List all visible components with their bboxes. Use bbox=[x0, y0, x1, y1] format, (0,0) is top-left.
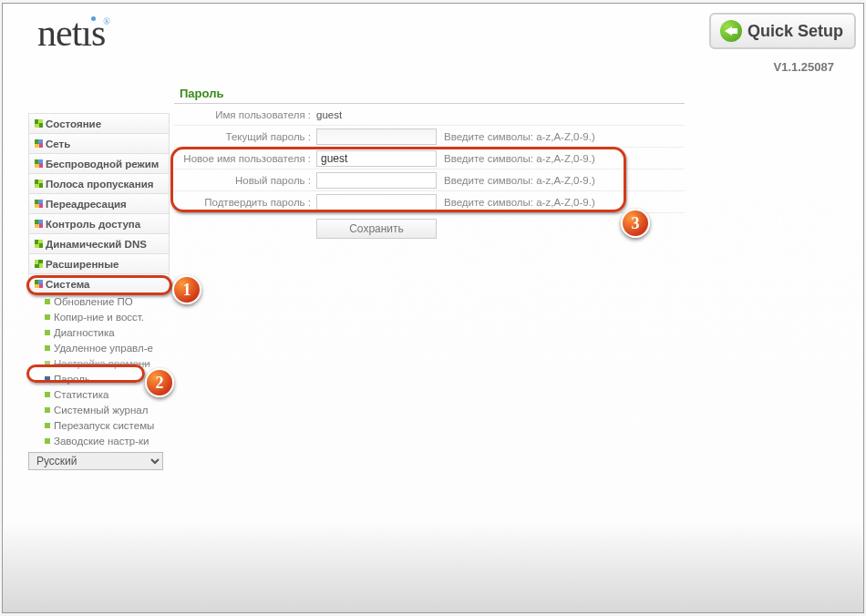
arrow-left-icon bbox=[720, 20, 742, 42]
subnav-remote[interactable]: Удаленное управл-е bbox=[28, 340, 170, 355]
row-current-password: Текущий пароль : Введите символы: a-z,A-… bbox=[174, 126, 685, 148]
hint-current-password: Введите символы: a-z,A-Z,0-9.) bbox=[440, 131, 685, 142]
header: netıs® Quick Setup bbox=[3, 4, 863, 58]
sidebar-item-status[interactable]: Состояние bbox=[28, 113, 170, 133]
bullet-icon bbox=[35, 139, 43, 148]
step-marker-1: 1 bbox=[172, 275, 201, 304]
bullet-icon bbox=[45, 361, 50, 366]
subnav-backup[interactable]: Копир-ние и восст. bbox=[28, 309, 170, 324]
main-panel: Пароль Имя пользователя : guest Текущий … bbox=[174, 84, 685, 239]
new-username-input[interactable] bbox=[316, 150, 437, 167]
bullet-icon bbox=[35, 220, 43, 228]
subnav-time[interactable]: Настройка времени bbox=[28, 355, 170, 371]
row-confirm-password: Подтвердить пароль : Введите символы: a-… bbox=[174, 191, 685, 213]
panel-title: Пароль bbox=[174, 84, 685, 104]
language-select[interactable]: Русский bbox=[28, 452, 163, 470]
save-button[interactable]: Сохранить bbox=[316, 219, 437, 239]
quick-setup-label: Quick Setup bbox=[747, 22, 843, 41]
subnav-diag[interactable]: Диагностика bbox=[28, 324, 170, 340]
value-username: guest bbox=[316, 109, 342, 120]
label-new-username: Новое имя пользователя : bbox=[174, 153, 313, 164]
app-frame: netıs® Quick Setup V1.1.25087 Состояние … bbox=[2, 3, 864, 613]
bullet-icon bbox=[45, 423, 50, 428]
firmware-version: V1.1.25087 bbox=[773, 60, 834, 74]
bullet-icon bbox=[35, 200, 43, 208]
bullet-icon bbox=[45, 299, 50, 304]
new-password-input[interactable] bbox=[316, 172, 437, 189]
confirm-password-input[interactable] bbox=[316, 194, 437, 210]
sidebar-item-access[interactable]: Контроль доступа bbox=[28, 213, 170, 233]
row-username: Имя пользователя : guest bbox=[174, 104, 685, 126]
bullet-icon bbox=[45, 314, 50, 320]
bullet-icon bbox=[35, 180, 43, 188]
row-new-username: Новое имя пользователя : Введите символы… bbox=[174, 148, 685, 169]
subnav-factory[interactable]: Заводские настр-ки bbox=[28, 433, 170, 448]
label-username: Имя пользователя : bbox=[174, 109, 313, 120]
sidebar-item-system[interactable]: Система bbox=[28, 273, 170, 293]
quick-setup-button[interactable]: Quick Setup bbox=[709, 13, 856, 49]
current-password-input[interactable] bbox=[316, 128, 437, 145]
bullet-icon bbox=[45, 438, 50, 444]
bullet-icon bbox=[35, 159, 43, 168]
label-new-password: Новый пароль : bbox=[174, 175, 313, 186]
sidebar-item-forwarding[interactable]: Переадресация bbox=[28, 193, 170, 213]
bullet-icon bbox=[45, 330, 50, 335]
row-new-password: Новый пароль : Введите символы: a-z,A-Z,… bbox=[174, 169, 685, 191]
bullet-icon bbox=[35, 280, 43, 288]
bullet-icon bbox=[35, 240, 43, 248]
subnav-firmware[interactable]: Обновление ПО bbox=[28, 293, 170, 309]
sidebar-item-bandwidth[interactable]: Полоса пропускания bbox=[28, 173, 170, 193]
bullet-icon bbox=[45, 345, 50, 351]
hint-new-password: Введите символы: a-z,A-Z,0-9.) bbox=[440, 175, 685, 186]
sidebar: Состояние Сеть Беспроводной режим Полоса… bbox=[28, 113, 170, 470]
bullet-icon bbox=[35, 119, 43, 128]
label-confirm-password: Подтвердить пароль : bbox=[174, 197, 313, 208]
brand-logo: netıs® bbox=[37, 11, 111, 55]
label-current-password: Текущий пароль : bbox=[174, 131, 313, 142]
bullet-icon bbox=[45, 376, 50, 382]
step-marker-3: 3 bbox=[621, 209, 650, 238]
bullet-icon bbox=[45, 407, 50, 413]
save-row: Сохранить bbox=[174, 213, 685, 239]
sidebar-item-advanced[interactable]: Расширенные bbox=[28, 253, 170, 273]
subnav-syslog[interactable]: Системный журнал bbox=[28, 402, 170, 417]
step-marker-2: 2 bbox=[145, 368, 174, 397]
sidebar-item-ddns[interactable]: Динамический DNS bbox=[28, 233, 170, 253]
hint-confirm-password: Введите символы: a-z,A-Z,0-9.) bbox=[440, 197, 685, 208]
sidebar-item-network[interactable]: Сеть bbox=[28, 133, 170, 153]
sidebar-item-wireless[interactable]: Беспроводной режим bbox=[28, 153, 170, 173]
subnav-reboot[interactable]: Перезапуск системы bbox=[28, 417, 170, 433]
hint-new-username: Введите символы: a-z,A-Z,0-9.) bbox=[440, 153, 685, 164]
bullet-icon bbox=[45, 392, 50, 397]
bullet-icon bbox=[35, 260, 43, 268]
